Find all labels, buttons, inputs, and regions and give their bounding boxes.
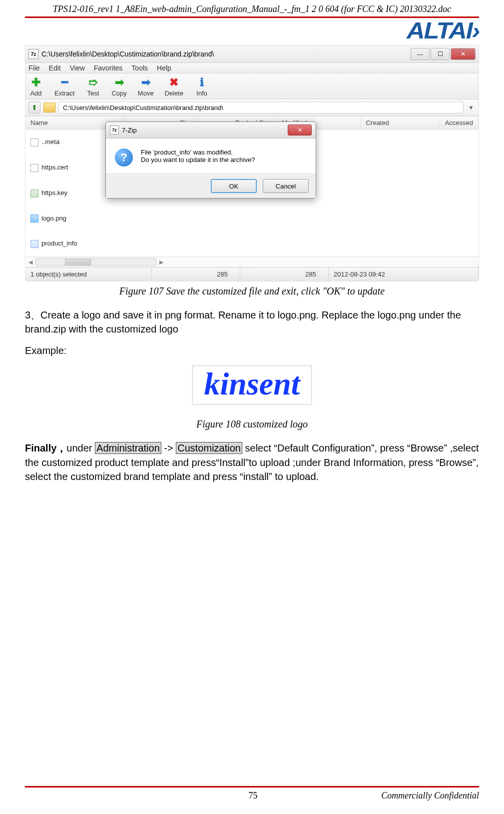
menubar: File Edit View Favorites Tools Help [25,63,479,74]
file-name: product_info [41,240,77,247]
window-titlebar: 7z C:\Users\felixlin\Desktop\Custimizati… [25,46,479,63]
file-list: Name Size Packed Size Modified Created A… [25,116,479,256]
scroll-left-icon[interactable]: ◀ [28,259,32,266]
finally-bold: Finally， [25,442,66,454]
address-field[interactable]: C:\Users\felixlin\Desktop\Custimization\… [58,102,464,114]
status-date: 2012-08-23 09:42 [329,268,479,281]
status-selection: 1 object(s) selected [25,268,152,281]
move-label: Move [138,90,154,97]
address-row: ⬆ C:\Users\felixlin\Desktop\Custimizatio… [25,100,479,116]
confidential-label: Commercially Confidential [381,790,479,801]
sevenzip-icon: 7z [110,126,119,134]
menu-view[interactable]: View [70,64,85,72]
cross-icon: ✖ [166,76,181,88]
altai-logo: ALTAI› [407,19,483,42]
info-button[interactable]: ℹInfo [194,76,209,97]
test-button[interactable]: ➱Test [85,76,100,97]
figure-107-caption: Figure 107 Save the customized file and … [25,286,479,297]
footer-rule [25,786,479,788]
cancel-button[interactable]: Cancel [263,179,309,193]
extract-button[interactable]: ━Extract [54,76,74,97]
window-title: C:\Users\felixlin\Desktop\Custimization\… [41,50,407,58]
arrow-right-outline-icon: ➱ [85,76,100,88]
horizontal-scrollbar[interactable]: ◀ ▶ [25,256,479,267]
finally-under: under [66,442,95,454]
dialog-line1: File 'product_info' was modified. [141,148,255,156]
info-label: Info [196,90,207,97]
status-size: 285 [152,268,240,281]
minus-icon: ━ [57,76,72,88]
scroll-thumb[interactable] [65,258,91,266]
up-button[interactable]: ⬆ [28,102,40,114]
toolbar: ✚Add ━Extract ➱Test ➡Copy ➡Move ✖Delete … [25,74,479,100]
figure-108-caption: Figure 108 customized logo [25,418,479,430]
scroll-right-icon[interactable]: ▶ [159,259,163,266]
paragraph-finally: Finally，under Administration -> Customiz… [25,441,479,484]
kinsent-logo: kinsent [192,366,311,404]
dialog-message: File 'product_info' was modified. Do you… [141,148,255,164]
file-row[interactable]: logo.png [25,206,479,232]
info-icon: ℹ [194,76,209,88]
file-name: logo.png [41,214,66,222]
extract-label: Extract [54,90,74,97]
file-name: https.cert [41,164,68,171]
status-packed: 285 [240,268,329,281]
question-icon: ? [115,148,133,166]
sevenzip-icon: 7z [28,49,38,59]
add-button[interactable]: ✚Add [28,76,43,97]
col-accessed[interactable]: Accessed [440,116,478,130]
image-icon [30,214,38,222]
close-button[interactable]: ✕ [451,48,476,60]
scroll-track[interactable] [35,258,156,266]
confirm-dialog: 7z 7-Zip ✕ ? File 'product_info' was mod… [105,122,316,198]
file-name: ..meta [41,138,59,146]
menu-edit[interactable]: Edit [49,64,61,72]
copy-button[interactable]: ➡Copy [111,76,126,97]
paragraph-example: Example: [25,344,479,358]
dialog-title-text: 7-Zip [122,126,285,134]
dialog-close-button[interactable]: ✕ [288,124,312,136]
customization-link: Customization [176,442,242,454]
file-row[interactable]: product_info [25,231,479,256]
move-button[interactable]: ➡Move [138,76,154,97]
plus-icon: ✚ [28,76,43,88]
document-header-title: TPS12-016_rev1 1_A8Ein_web-admin_Configu… [25,4,479,14]
maximize-button[interactable]: ☐ [431,48,450,60]
test-label: Test [87,90,99,97]
menu-tools[interactable]: Tools [131,64,148,72]
delete-label: Delete [165,90,184,97]
file-icon [30,138,38,146]
footer-spacer [25,790,125,801]
arrow-text: -> [161,442,176,454]
file-icon [30,164,38,172]
menu-help[interactable]: Help [157,64,171,72]
copy-label: Copy [111,90,126,97]
delete-button[interactable]: ✖Delete [165,76,184,97]
folder-icon [43,102,55,112]
page-footer: 75 Commercially Confidential [25,786,479,801]
sevenzip-window: 7z C:\Users\felixlin\Desktop\Custimizati… [25,45,479,282]
minimize-button[interactable]: — [411,48,430,60]
key-icon [30,190,38,198]
statusbar: 1 object(s) selected 285 285 2012-08-23 … [25,267,479,281]
arrow-right-blue-icon: ➡ [138,76,153,88]
dialog-line2: Do you want to update it in the archive? [141,156,255,164]
document-icon [30,240,38,248]
address-text: C:\Users\felixlin\Desktop\Custimization\… [63,104,223,112]
page-number: 75 [125,790,381,801]
col-created[interactable]: Created [361,116,440,130]
address-dropdown[interactable]: ▼ [467,104,476,110]
add-label: Add [30,90,41,97]
ok-button[interactable]: OK [211,179,257,193]
file-name: https.key [41,189,67,196]
paragraph-step3: 3、Create a logo and save it in png forma… [25,308,479,336]
arrow-right-icon: ➡ [112,76,127,88]
menu-favorites[interactable]: Favorites [94,64,123,72]
administration-link: Administration [95,442,161,454]
menu-file[interactable]: File [28,64,40,72]
